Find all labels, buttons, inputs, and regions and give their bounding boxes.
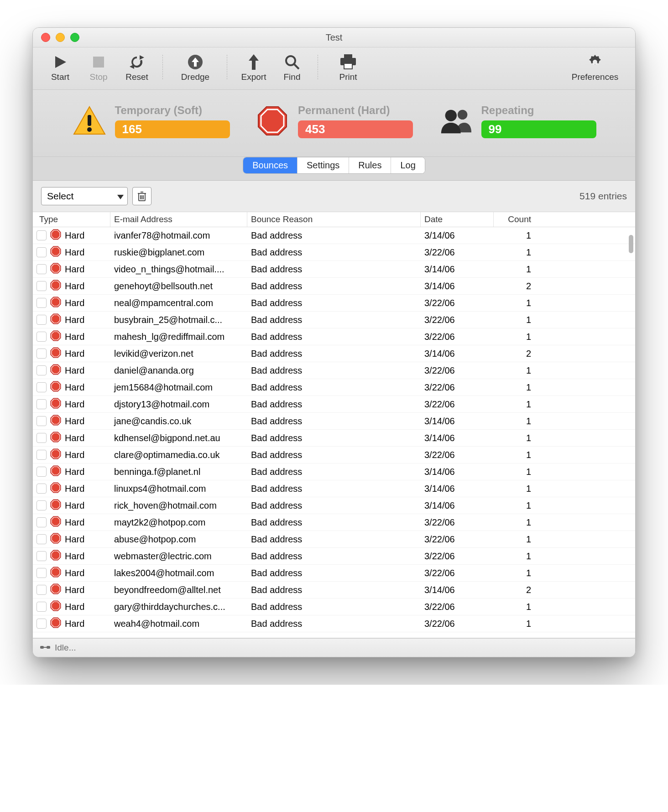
hard-bounce-icon [50, 550, 61, 563]
table-row[interactable]: Hardbusybrain_25@hotmail.c...Bad address… [33, 312, 635, 328]
play-icon [53, 52, 67, 72]
tab-bounces[interactable]: Bounces [243, 157, 297, 173]
start-button[interactable]: Start [41, 52, 79, 82]
row-checkbox[interactable] [37, 315, 47, 325]
tab-settings[interactable]: Settings [297, 157, 349, 173]
column-count[interactable]: Count [494, 212, 535, 227]
row-checkbox[interactable] [37, 399, 47, 409]
row-checkbox[interactable] [37, 568, 47, 578]
row-checkbox[interactable] [37, 433, 47, 443]
row-checkbox[interactable] [37, 416, 47, 426]
window-title: Test [33, 32, 635, 43]
table-row[interactable]: Hardlakes2004@hotmail.comBad address3/22… [33, 565, 635, 582]
cell-date: 3/22/06 [421, 382, 494, 393]
row-checkbox[interactable] [37, 382, 47, 392]
cell-reason: Bad address [247, 416, 421, 427]
print-button[interactable]: Print [325, 52, 371, 82]
table-row[interactable]: Hardgenehoyt@bellsouth.netBad address3/1… [33, 278, 635, 295]
svg-rect-77 [47, 646, 50, 649]
table-row[interactable]: Hardkdhensel@bigpond.net.auBad address3/… [33, 430, 635, 447]
table-row[interactable]: Hardweah4@hotmail.comBad address3/22/061 [33, 615, 635, 632]
row-checkbox[interactable] [37, 517, 47, 527]
minimize-window-button[interactable] [56, 33, 65, 42]
cell-reason: Bad address [247, 517, 421, 528]
row-checkbox[interactable] [37, 365, 47, 375]
cell-date: 3/22/06 [421, 450, 494, 460]
table-row[interactable]: Hardbeyondfreedom@alltel.netBad address3… [33, 582, 635, 599]
reset-button[interactable]: Reset [118, 52, 156, 82]
svg-point-16 [87, 127, 92, 132]
svg-marker-0 [55, 56, 66, 68]
table-row[interactable]: Hardlinuxps4@hotmail.comBad address3/14/… [33, 480, 635, 497]
dredge-button[interactable]: Dredge [170, 52, 220, 82]
table-row[interactable]: Hardabuse@hotpop.comBad address3/22/061 [33, 531, 635, 548]
row-checkbox[interactable] [37, 500, 47, 510]
table-row[interactable]: Hardlevikid@verizon.netBad address3/14/0… [33, 345, 635, 362]
trash-icon [137, 191, 147, 202]
scrollbar-thumb[interactable] [629, 235, 633, 253]
table-row[interactable]: Hardmahesh_lg@rediffmail.comBad address3… [33, 328, 635, 345]
table-row[interactable]: Hardruskie@bigplanet.comBad address3/22/… [33, 244, 635, 261]
row-checkbox[interactable] [37, 332, 47, 342]
cell-email: clare@optimamedia.co.uk [110, 450, 247, 460]
svg-rect-1 [93, 57, 104, 68]
column-type[interactable]: Type [33, 212, 110, 227]
export-button[interactable]: Export [235, 52, 273, 82]
cell-count: 1 [494, 568, 535, 578]
table-row[interactable]: Hardivanfer78@hotmail.comBad address3/14… [33, 227, 635, 244]
cell-reason: Bad address [247, 585, 421, 595]
cell-type: Hard [65, 332, 84, 342]
tab-rules[interactable]: Rules [349, 157, 391, 173]
table-row[interactable]: Harddjstory13@hotmail.comBad address3/22… [33, 396, 635, 413]
row-checkbox[interactable] [37, 450, 47, 460]
row-checkbox[interactable] [37, 585, 47, 595]
row-checkbox[interactable] [37, 264, 47, 274]
svg-marker-36 [51, 297, 61, 307]
close-window-button[interactable] [41, 33, 50, 42]
table-row[interactable]: Harddaniel@ananda.orgBad address3/22/061 [33, 362, 635, 379]
cell-reason: Bad address [247, 500, 421, 511]
table-body[interactable]: Hardivanfer78@hotmail.comBad address3/14… [33, 227, 635, 638]
table-row[interactable]: Hardjane@candis.co.ukBad address3/14/061 [33, 413, 635, 430]
cell-email: ivanfer78@hotmail.com [110, 230, 247, 241]
hard-bounce-icon [50, 482, 61, 495]
tab-log[interactable]: Log [391, 157, 424, 173]
column-date[interactable]: Date [421, 212, 494, 227]
table-row[interactable]: Hardmayt2k2@hotpop.comBad address3/22/06… [33, 514, 635, 531]
row-checkbox[interactable] [37, 230, 47, 240]
select-dropdown[interactable]: Select [41, 187, 128, 205]
svg-marker-60 [51, 500, 61, 510]
cell-type: Hard [65, 484, 84, 494]
row-checkbox[interactable] [37, 298, 47, 308]
zoom-window-button[interactable] [70, 33, 79, 42]
table-row[interactable]: Hardgary@thirddaychurches.c...Bad addres… [33, 599, 635, 615]
table-row[interactable]: Hardwebmaster@lectric.comBad address3/22… [33, 548, 635, 565]
cell-type: Hard [65, 602, 84, 612]
table-row[interactable]: Hardclare@optimamedia.co.ukBad address3/… [33, 447, 635, 463]
row-checkbox[interactable] [37, 247, 47, 257]
row-checkbox[interactable] [37, 534, 47, 544]
table-row[interactable]: Hardbenninga.f@planet.nlBad address3/14/… [33, 463, 635, 480]
hard-bounce-icon [50, 499, 61, 512]
cell-email: linuxps4@hotmail.com [110, 484, 247, 494]
row-checkbox[interactable] [37, 349, 47, 359]
table-row[interactable]: Hardvideo_n_things@hotmail....Bad addres… [33, 261, 635, 278]
preferences-button[interactable]: Preferences [563, 52, 627, 82]
cell-email: jem15684@hotmail.com [110, 382, 247, 393]
find-button[interactable]: Find [273, 52, 311, 82]
delete-button[interactable] [132, 187, 151, 205]
column-email[interactable]: E-mail Address [110, 212, 247, 227]
cell-email: genehoyt@bellsouth.net [110, 281, 247, 291]
column-reason[interactable]: Bounce Reason [247, 212, 421, 227]
svg-marker-38 [51, 314, 61, 324]
row-checkbox[interactable] [37, 619, 47, 629]
cell-date: 3/14/06 [421, 349, 494, 359]
table-row[interactable]: Hardjem15684@hotmail.comBad address3/22/… [33, 379, 635, 396]
table-row[interactable]: Hardneal@mpamcentral.comBad address3/22/… [33, 295, 635, 312]
row-checkbox[interactable] [37, 467, 47, 477]
row-checkbox[interactable] [37, 551, 47, 561]
row-checkbox[interactable] [37, 484, 47, 494]
row-checkbox[interactable] [37, 602, 47, 612]
table-row[interactable]: Hardrick_hoven@hotmail.comBad address3/1… [33, 497, 635, 514]
row-checkbox[interactable] [37, 281, 47, 291]
